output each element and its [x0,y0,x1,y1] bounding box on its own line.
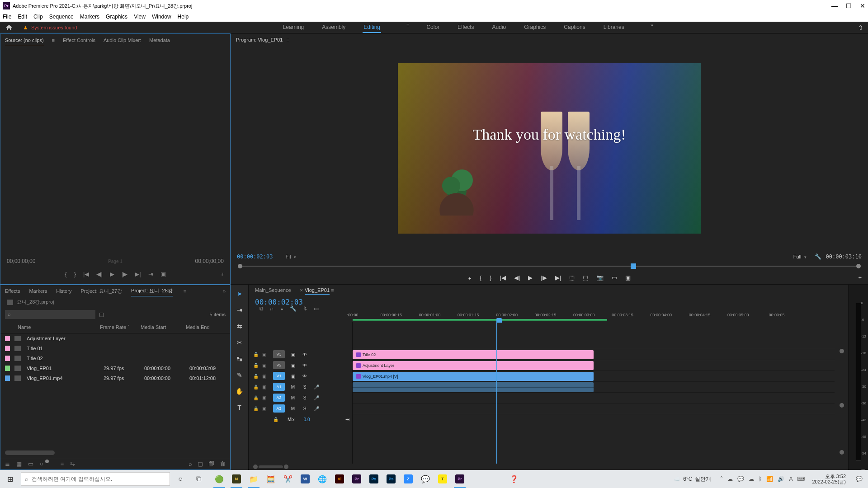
mute-icon[interactable]: M [289,395,297,400]
ws-learning[interactable]: Learning [282,22,305,33]
overwrite-icon[interactable]: ▣ [160,271,166,277]
app-kakao-icon[interactable]: 💬 [418,472,433,486]
tab-source[interactable]: Source: (no clips) [5,36,44,45]
step-back-icon[interactable]: ◀| [96,271,102,277]
zoom-slider[interactable]: ○ [40,460,45,467]
share-icon[interactable]: ⇧ [858,24,863,31]
menu-file[interactable]: File [3,14,11,20]
track-label[interactable]: A1 [273,383,285,391]
icon-view-icon[interactable]: ▦ [16,460,22,467]
selection-tool-icon[interactable]: ➤ [234,288,245,299]
project-tabs-overflow-icon[interactable]: » [223,288,226,294]
lane-mix[interactable] [353,414,835,425]
track-header-a2[interactable]: 🔒▣ A2 M S 🎤 [249,392,352,403]
ws-graphics[interactable]: Graphics [523,22,547,33]
ws-color[interactable]: Color [425,22,440,33]
close-button[interactable]: ✕ [860,2,865,9]
timeline-tab-vlog[interactable]: Vlog_EP01 [305,286,330,295]
project-item[interactable]: Vlog_EP01 29.97 fps 00:00:00:00 00:00:03… [0,363,230,373]
app-zoom-icon[interactable]: Z [401,472,416,486]
program-scrub-bar[interactable] [231,263,868,271]
add-button-icon[interactable]: + [220,271,224,277]
track-select-tool-icon[interactable]: ⇥ [234,305,245,315]
menu-sequence[interactable]: Sequence [49,14,74,20]
marker-icon[interactable]: ⬥ [280,305,283,312]
mix-value[interactable]: 0.0 [304,417,310,422]
toggle-output-icon[interactable]: ▣ [289,363,297,368]
auto-match-icon[interactable]: ⇆ [70,460,75,467]
track-label[interactable]: A2 [273,394,285,402]
app-premiere-running-icon[interactable]: Pr [452,472,467,486]
mute-icon[interactable]: M [289,406,297,411]
timeline-tc[interactable]: 00:00:02:03 [255,298,303,306]
toggle-output-icon[interactable]: ▣ [289,374,297,379]
extract-icon[interactable]: ⬚ [583,274,588,281]
source-tc-in[interactable]: 00;00;00;00 [7,258,35,264]
go-to-out-icon[interactable]: ▶| [135,271,141,277]
ws-audio[interactable]: Audio [491,22,507,33]
lock-icon[interactable]: 🔒 [273,417,278,422]
timeline-tab-main[interactable]: Main_Sequence [255,286,291,294]
lock-icon[interactable]: 🔒 [253,363,259,368]
freeform-view-icon[interactable]: ▭ [28,460,33,467]
ws-libraries[interactable]: Libraries [603,22,625,33]
caption-track-icon[interactable]: ▭ [314,305,319,312]
export-frame-icon[interactable]: 📷 [596,274,604,281]
app-premiere-icon[interactable]: Pr [349,472,364,486]
pen-tool-icon[interactable]: ✎ [234,370,245,380]
app-notes-icon[interactable]: N [229,472,244,486]
lane-a3[interactable] [353,403,835,414]
tab-markers-panel[interactable]: Markers [29,286,47,296]
tray-wifi-icon[interactable]: 📶 [766,476,773,482]
settings-icon[interactable]: 🔧 [815,253,821,260]
lock-icon[interactable]: 🔒 [253,352,259,357]
hand-tool-icon[interactable]: ✋ [234,386,245,397]
home-icon[interactable] [5,23,14,32]
go-to-in-icon[interactable]: |◀ [83,271,89,277]
snap-icon[interactable]: ⧉ [259,305,264,312]
add-marker-icon[interactable]: ⬥ [468,274,472,281]
solo-icon[interactable]: S [301,406,308,411]
timeline-hscroll[interactable] [253,464,835,470]
find-icon[interactable]: ⌕ [189,460,192,467]
voice-over-icon[interactable]: 🎤 [313,385,320,389]
start-button[interactable]: ⊞ [2,472,18,486]
step-fwd-icon[interactable]: |▶ [122,271,127,277]
col-media-end[interactable]: Media End [186,324,222,330]
play-icon[interactable]: ▶ [110,271,114,277]
sync-lock-icon[interactable]: ▣ [262,363,266,368]
eye-icon[interactable]: 👁 [301,374,308,379]
ws-editing-menu-icon[interactable]: ≡ [406,22,409,33]
tray-keyboard-icon[interactable]: ⌨ [797,476,805,482]
ws-overflow-icon[interactable]: » [651,22,653,33]
scrub-start-handle[interactable] [238,264,242,268]
tab-history-panel[interactable]: History [56,286,71,296]
zoom-handle-left[interactable] [253,465,258,469]
ws-editing[interactable]: Editing [363,22,381,33]
new-bin-icon[interactable]: ▢ [99,311,104,318]
add-button-icon[interactable]: + [858,274,862,281]
project-item[interactable]: Vlog_EP01.mp4 29.97 fps 00:00:00:00 00:0… [0,373,230,383]
lane-a2[interactable] [353,392,835,403]
tray-chat-icon[interactable]: 💬 [737,476,744,482]
lane-v1[interactable]: Vlog_EP01.mp4 [V] [353,371,835,381]
slip-tool-icon[interactable]: ↹ [234,353,245,364]
delete-icon[interactable]: 🗑 [220,460,226,467]
sync-lock-icon[interactable]: ▣ [262,352,266,357]
mute-icon[interactable]: M [289,385,297,389]
menu-markers[interactable]: Markers [80,14,99,20]
type-tool-icon[interactable]: T [234,402,245,413]
taskbar-weather[interactable]: ☁️ 6°C 실안개 [674,475,711,483]
project-item[interactable]: Adjustment Layer [0,333,230,343]
project-search-input[interactable] [5,310,95,319]
go-to-in-icon[interactable]: |◀ [500,274,506,281]
scrub-playhead[interactable] [631,263,636,269]
comparison-icon[interactable]: ▭ [612,274,617,281]
insert-icon[interactable]: ⇥ [148,271,153,277]
lane-v2[interactable]: Adjustment Layer [353,360,835,371]
zoom-bar[interactable] [259,465,283,468]
program-monitor[interactable]: Thank you for watching! [398,63,701,234]
tab-project-27[interactable]: Project: 요니_27강 [80,286,122,296]
tray-bt-icon[interactable]: ᛒ [759,476,762,482]
lane-v3[interactable]: Title 02 [353,349,835,360]
